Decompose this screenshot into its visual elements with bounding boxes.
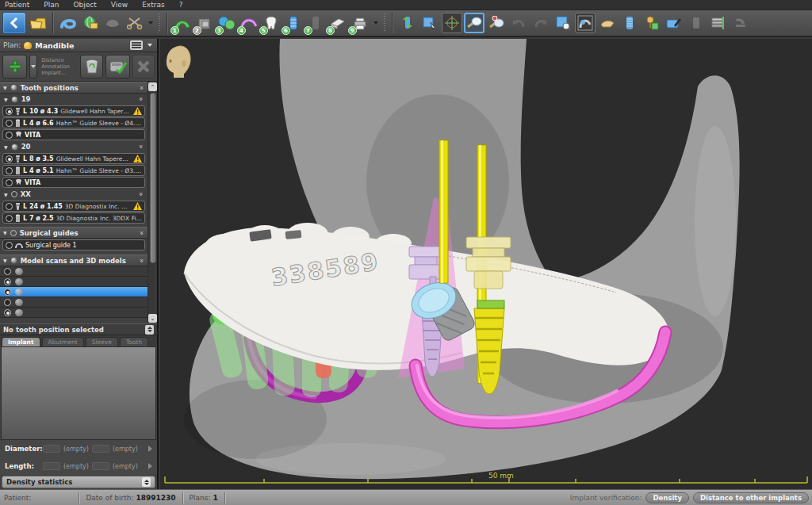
- collapse-all-icon[interactable]: »: [140, 231, 144, 235]
- diameter-stepper-1[interactable]: [43, 445, 60, 453]
- add-menu-implant[interactable]: Implant...: [41, 70, 70, 76]
- collapse-triangle-icon[interactable]: ▼: [3, 85, 7, 90]
- radio-selected[interactable]: [6, 108, 13, 115]
- length-stepper-2[interactable]: [92, 462, 109, 470]
- section-surgical-guides[interactable]: ▼ Surgical guides »: [0, 227, 147, 239]
- collapse-all-icon[interactable]: »: [140, 86, 144, 90]
- tab-sleeve[interactable]: Sleeve: [86, 337, 118, 346]
- 3d-scene[interactable]: 338589: [160, 39, 812, 489]
- radio-unselected[interactable]: [6, 179, 13, 186]
- tooth-implant-view-button[interactable]: [597, 13, 618, 33]
- model-scan-row-2[interactable]: [0, 277, 147, 287]
- tree-item-pin-xx-1[interactable]: L 24 ø 1.45 3D Diagnostix Inc. 3DD...: [2, 201, 145, 212]
- workflow-model-scan-button[interactable]: 1: [172, 13, 193, 33]
- density-statistics-bar[interactable]: Density statistics: [2, 476, 155, 488]
- group-header-20[interactable]: ▼ 20 »: [0, 141, 147, 152]
- scroll-down-icon[interactable]: ⌄: [148, 314, 157, 323]
- workflow-align-button[interactable]: 2: [194, 13, 215, 33]
- menu-help[interactable]: ?: [179, 1, 183, 9]
- radio-unselected[interactable]: [6, 242, 13, 249]
- tree-scrollbar[interactable]: ⌃ ⌄: [147, 82, 157, 323]
- expander-icon[interactable]: [145, 325, 154, 335]
- menu-patient[interactable]: Patient: [5, 1, 29, 9]
- visibility-off-icon[interactable]: [11, 191, 17, 197]
- add-implant-button[interactable]: [397, 13, 418, 33]
- inspect-off-button[interactable]: [486, 13, 507, 33]
- cut-tools-button[interactable]: [124, 13, 145, 33]
- back-button[interactable]: [2, 12, 26, 34]
- radio-selected[interactable]: [6, 155, 13, 163]
- model-icon[interactable]: [15, 278, 23, 285]
- tab-implant[interactable]: Implant: [2, 337, 40, 346]
- visibility-off-icon[interactable]: [10, 230, 17, 236]
- segmentation-button[interactable]: [102, 13, 123, 33]
- visibility-icon[interactable]: [11, 143, 18, 151]
- model-icon[interactable]: [15, 289, 23, 296]
- open-folder-button[interactable]: [28, 13, 48, 33]
- collapse-triangle-icon[interactable]: ▼: [4, 97, 8, 102]
- model-icon[interactable]: [15, 268, 23, 275]
- radio-unselected[interactable]: [6, 215, 13, 222]
- model-scan-row-3-selected[interactable]: [0, 287, 147, 297]
- focus-crosshair-button[interactable]: [442, 13, 462, 33]
- radio-selected[interactable]: [4, 289, 11, 296]
- workflow-panoramic-button[interactable]: 4: [239, 13, 259, 33]
- move-object-button[interactable]: [419, 13, 440, 33]
- menu-plan[interactable]: Plan: [44, 1, 59, 9]
- workflow-registration-button[interactable]: 3: [216, 13, 237, 33]
- radio-selected[interactable]: [4, 309, 11, 316]
- group-header-xx[interactable]: ▼ XX »: [0, 189, 147, 200]
- radio-unselected[interactable]: [6, 167, 13, 174]
- workflow-dropdown[interactable]: [373, 21, 378, 25]
- inspect-guide-button[interactable]: [464, 13, 485, 33]
- model-scan-row-4[interactable]: [0, 297, 147, 308]
- radio-unselected[interactable]: [4, 268, 11, 275]
- validate-button[interactable]: [105, 55, 130, 78]
- collapse-icon[interactable]: »: [139, 144, 144, 149]
- workflow-print-button[interactable]: 9: [350, 13, 370, 33]
- length-stepper-1[interactable]: [43, 462, 60, 470]
- orientation-head-icon[interactable]: [163, 44, 192, 78]
- expander-icon[interactable]: [142, 477, 151, 487]
- tree-item-sleeve-20[interactable]: L 4 ø 5.1 Hahn™ Guide Sleeve - Ø3.5 I...: [2, 165, 145, 176]
- close-plan-button[interactable]: [132, 55, 155, 78]
- workflow-tooth-button[interactable]: 5: [261, 13, 282, 33]
- radio-unselected[interactable]: [4, 299, 11, 306]
- scroll-up-icon[interactable]: ⌃: [148, 82, 157, 91]
- model-scan-row-1[interactable]: [0, 266, 147, 277]
- tree-item-tooth-19[interactable]: VITA: [2, 129, 145, 140]
- scrollbar-thumb[interactable]: [150, 93, 156, 263]
- radio-unselected[interactable]: [6, 132, 13, 139]
- add-menu-distance[interactable]: Distance: [41, 57, 70, 63]
- 3d-viewport[interactable]: 338589: [160, 39, 812, 489]
- landmark-pin-button[interactable]: [642, 13, 662, 33]
- model-scan-row-5[interactable]: [0, 308, 147, 318]
- import-export-button[interactable]: [80, 13, 101, 33]
- panoramic-view-button[interactable]: [575, 13, 596, 33]
- diameter-expand-icon[interactable]: [148, 446, 152, 452]
- menu-object[interactable]: Object: [74, 1, 97, 9]
- compare-dim-button[interactable]: [730, 13, 751, 33]
- tab-abutment[interactable]: Abutment: [42, 337, 84, 346]
- selection-bar[interactable]: No tooth position selected: [0, 323, 157, 335]
- collapse-all-icon[interactable]: »: [140, 258, 144, 263]
- model-icon[interactable]: [15, 299, 23, 306]
- visibility-icon[interactable]: [10, 84, 17, 91]
- add-object-dropdown[interactable]: [29, 55, 37, 78]
- plan-transfer-button[interactable]: [58, 13, 79, 33]
- collapse-icon[interactable]: »: [139, 97, 144, 101]
- radio-unselected[interactable]: [6, 203, 13, 210]
- tree-item-pin-xx-2[interactable]: L 7 ø 2.5 3D Diagnostix Inc. 3DDX Fixat.…: [2, 212, 145, 224]
- workflow-implant-button[interactable]: 6: [283, 13, 304, 33]
- model-icon[interactable]: [15, 309, 23, 316]
- radio-selected[interactable]: [4, 278, 11, 285]
- undo-button[interactable]: [508, 13, 529, 33]
- visibility-icon[interactable]: [10, 257, 17, 264]
- collapse-triangle-icon[interactable]: ▼: [4, 192, 8, 197]
- density-check-button[interactable]: Density: [645, 492, 688, 503]
- tree-item-sleeve-19[interactable]: L 4 ø 6.6 Hahn™ Guide Sleeve - Ø4.3 I...: [2, 117, 145, 128]
- section-model-scans[interactable]: ▼ Model scans and 3D models »: [0, 254, 147, 266]
- menu-view[interactable]: View: [111, 1, 128, 9]
- measure-dim-button[interactable]: [686, 13, 707, 33]
- plan-dropdown[interactable]: [147, 44, 152, 47]
